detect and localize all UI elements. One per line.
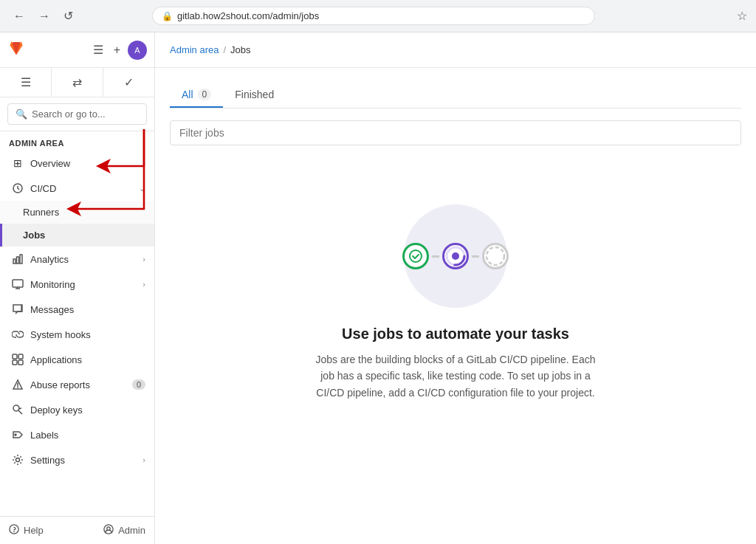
abuse-reports-badge: 0 [132, 379, 145, 390]
svg-rect-4 [13, 280, 23, 287]
chevron-down-icon: ⌄ [139, 184, 145, 193]
tab-all[interactable]: All 0 [170, 83, 223, 108]
lock-icon: 🔒 [162, 11, 173, 21]
gitlab-logo[interactable] [7, 39, 25, 61]
pipeline-illustration [402, 243, 509, 269]
tab-finished[interactable]: Finished [223, 83, 286, 108]
pipeline-connector [432, 255, 439, 258]
search-icon: 🔍 [16, 109, 27, 120]
labels-icon [11, 428, 24, 441]
bookmark-icon[interactable]: ☆ [737, 9, 747, 23]
svg-point-9 [13, 405, 19, 411]
pipeline-node-done [402, 243, 429, 269]
back-button[interactable]: ← [9, 8, 30, 24]
empty-state: Use jobs to automate your tasks Jobs are… [170, 160, 741, 445]
sidebar-item-label: Runners [23, 207, 145, 218]
sidebar-item-abuse-reports[interactable]: Abuse reports 0 [0, 372, 154, 397]
sidebar-item-runners[interactable]: Runners [0, 201, 154, 224]
avatar[interactable]: A [128, 41, 147, 60]
svg-rect-8 [18, 360, 23, 365]
sidebar-bottom: Help Admin [0, 516, 154, 544]
sidebar-item-messages[interactable]: Messages [0, 297, 154, 322]
address-bar[interactable]: 🔒 gitlab.how2shout.com/admin/jobs [152, 7, 595, 25]
filter-bar [170, 120, 741, 145]
sidebar-item-settings[interactable]: Settings › [0, 447, 154, 472]
admin-icon [103, 524, 114, 537]
sidebar-search: 🔍 Search or go to... [0, 97, 154, 131]
tab-finished-label: Finished [235, 89, 274, 100]
sidebar-item-label: Settings [30, 455, 142, 466]
empty-state-description: Jobs are the building blocks of a GitLab… [308, 351, 603, 401]
sidebar-item-system-hooks[interactable]: System hooks [0, 322, 154, 347]
tab-all-label: All [182, 89, 193, 100]
sidebar-item-cicd[interactable]: CI/CD ⌄ [0, 176, 154, 201]
sidebar-top-icons: ☰ + A [90, 40, 147, 60]
sidebar-item-label: Deploy keys [30, 404, 145, 416]
settings-icon [11, 453, 24, 466]
sidebar-item-label: Labels [30, 430, 145, 441]
tab-all-count: 0 [198, 89, 212, 100]
url-text: gitlab.how2shout.com/admin/jobs [177, 10, 319, 21]
sidebar-item-applications[interactable]: Applications [0, 347, 154, 372]
forward-button[interactable]: → [34, 8, 55, 24]
svg-rect-5 [13, 354, 17, 359]
sidebar-item-label: Monitoring [30, 279, 142, 290]
breadcrumb-current: Jobs [230, 44, 250, 55]
breadcrumb-admin-link[interactable]: Admin area [170, 44, 219, 55]
sidebar: ☰ + A ☰ ⇄ ✓ 🔍 Search or go to... Admin a… [0, 32, 155, 544]
breadcrumb: Admin area / Jobs [170, 44, 251, 55]
sidebar-item-label: System hooks [30, 329, 145, 340]
svg-rect-6 [18, 354, 23, 359]
sidebar-item-deploy-keys[interactable]: Deploy keys [0, 397, 154, 422]
sidebar-item-label: Applications [30, 354, 145, 365]
pipeline-node-running [442, 243, 469, 269]
jobs-tabs: All 0 Finished [170, 83, 741, 109]
main-content-area: Admin area / Jobs All 0 Finished [155, 32, 756, 544]
svg-rect-1 [13, 259, 16, 264]
sidebar-item-label: Messages [30, 304, 145, 315]
sidebar-top-bar: ☰ + A [0, 32, 154, 68]
cicd-submenu: Runners Jobs [0, 201, 154, 247]
search-label: Search or go to... [32, 109, 106, 120]
sidebar-section-label: Admin area [0, 131, 154, 151]
messages-icon [11, 303, 24, 316]
sidebar-item-jobs[interactable]: Jobs [0, 224, 154, 247]
chevron-right-icon: › [142, 455, 145, 464]
svg-point-15 [410, 250, 422, 262]
svg-rect-7 [13, 360, 17, 365]
empty-state-title: Use jobs to automate your tasks [342, 326, 569, 342]
svg-rect-3 [20, 255, 22, 264]
reload-button[interactable]: ↺ [59, 7, 78, 24]
help-button[interactable]: Help [9, 524, 44, 537]
merge-requests-icon[interactable]: ⇄ [52, 68, 103, 97]
sidebar-item-overview[interactable]: ⊞ Overview › [0, 151, 154, 176]
breadcrumb-separator: / [223, 44, 226, 55]
svg-point-12 [10, 525, 18, 534]
activity-icon[interactable]: ☰ [0, 68, 52, 97]
svg-point-19 [487, 247, 504, 265]
sidebar-item-monitoring[interactable]: Monitoring › [0, 272, 154, 297]
new-item-button[interactable]: + [111, 41, 123, 60]
issues-icon[interactable]: ✓ [103, 68, 154, 97]
sidebar-item-analytics[interactable]: Analytics › [0, 247, 154, 272]
filter-jobs-input[interactable] [170, 120, 741, 145]
sidebar-toggle-button[interactable]: ☰ [90, 40, 106, 60]
svg-point-11 [16, 458, 20, 462]
admin-label: Admin [118, 525, 145, 536]
search-button[interactable]: 🔍 Search or go to... [7, 103, 147, 125]
analytics-icon [11, 252, 24, 266]
svg-point-10 [15, 434, 16, 435]
sidebar-item-labels[interactable]: Labels [0, 422, 154, 447]
sidebar-action-icons: ☰ ⇄ ✓ [0, 68, 154, 97]
app-container: ☰ + A ☰ ⇄ ✓ 🔍 Search or go to... Admin a… [0, 32, 756, 544]
applications-icon [11, 353, 24, 366]
sidebar-item-label: Jobs [23, 230, 145, 241]
pipeline-connector [472, 255, 479, 258]
admin-button[interactable]: Admin [103, 524, 145, 537]
chevron-right-icon: › [142, 280, 145, 289]
sidebar-item-label: Abuse reports [30, 379, 132, 390]
main-topbar: Admin area / Jobs [155, 32, 756, 68]
browser-chrome: ← → ↺ 🔒 gitlab.how2shout.com/admin/jobs … [0, 0, 756, 32]
svg-point-18 [452, 252, 459, 260]
chevron-right-icon: › [142, 159, 145, 168]
